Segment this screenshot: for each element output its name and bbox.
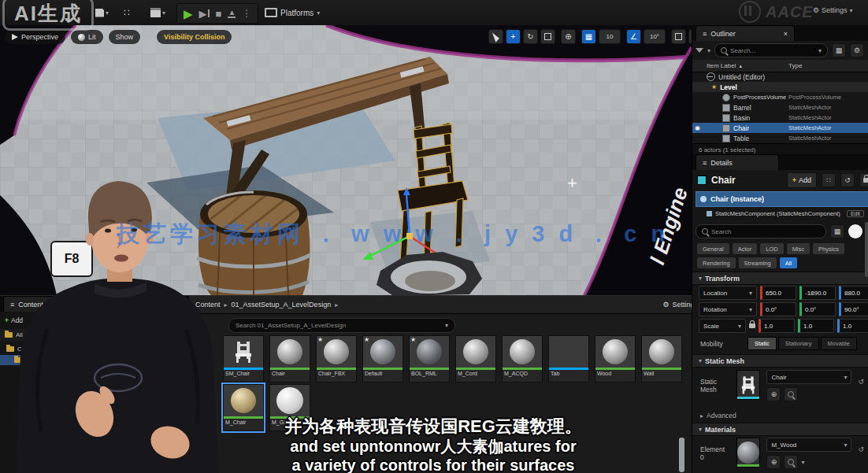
- perspective-button[interactable]: Perspective: [5, 30, 65, 44]
- lock-icon[interactable]: [859, 173, 868, 187]
- asset-tile[interactable]: ★ Chair_FBX: [316, 335, 357, 382]
- visibility-collision-pill[interactable]: Visibility Collision: [157, 30, 232, 44]
- transform-section-header[interactable]: ▾ Transform: [692, 272, 868, 285]
- filter-chip[interactable]: LOD: [760, 243, 783, 254]
- edit-button[interactable]: Edit: [847, 210, 864, 217]
- world-space-icon[interactable]: ⊕: [561, 29, 576, 44]
- platforms-button[interactable]: Platforms ▾: [260, 4, 325, 21]
- play-button[interactable]: ▶: [184, 8, 193, 20]
- favorites-circle-icon[interactable]: [848, 224, 862, 238]
- filter-chip[interactable]: Misc: [787, 243, 810, 254]
- scale-dropdown[interactable]: Scale ▾: [699, 319, 746, 333]
- mobility-stationary-button[interactable]: Stationary: [778, 337, 819, 350]
- mobility-movable-button[interactable]: Movable: [821, 337, 857, 350]
- scale-x-field[interactable]: 1.0: [759, 319, 795, 333]
- asset-tile[interactable]: Tab: [548, 335, 589, 382]
- outliner-row-world[interactable]: Untitled (Editor): [692, 72, 868, 82]
- add-component-button[interactable]: + Add: [787, 172, 817, 188]
- asset-search-filter[interactable]: Search 01_AssetSetup_A_LevelDesign ▾: [228, 318, 455, 333]
- outliner-settings-icon[interactable]: ⚙: [850, 43, 864, 57]
- material-asset-dropdown[interactable]: M_Wood ▾: [766, 438, 851, 452]
- rotation-y-field[interactable]: 0.0°: [799, 302, 836, 316]
- asset-tile[interactable]: M_Cord: [455, 335, 496, 382]
- stop-button[interactable]: ■: [216, 9, 222, 19]
- details-view-options-icon[interactable]: ▦: [830, 224, 844, 238]
- column-type[interactable]: Type: [788, 62, 802, 69]
- play-options-kebab[interactable]: ⋮: [242, 8, 251, 19]
- asset-tile[interactable]: Wall: [641, 335, 682, 382]
- details-scrollbar[interactable]: [865, 222, 868, 277]
- filter-chip[interactable]: Actor: [733, 243, 758, 254]
- outliner-row[interactable]: PostProcessVolume PostProcessVolume: [692, 92, 868, 102]
- rotate-tool-icon[interactable]: ↻: [523, 29, 538, 44]
- outliner-view-icon[interactable]: ▦: [832, 43, 846, 57]
- create-actor-button[interactable]: ▾: [147, 5, 169, 20]
- reset-staticmesh-icon[interactable]: ↺: [858, 370, 864, 386]
- filter-chip[interactable]: General: [697, 243, 729, 254]
- scale-lock-icon[interactable]: [749, 323, 755, 328]
- filter-chip[interactable]: Rendering: [697, 257, 736, 268]
- staticmesh-asset-dropdown[interactable]: Chair ▾: [766, 370, 851, 384]
- move-tool-icon[interactable]: +: [506, 29, 521, 44]
- scale-snap-icon[interactable]: [671, 29, 686, 44]
- location-z-field[interactable]: 880.0: [839, 286, 868, 300]
- location-x-field[interactable]: 650.0: [760, 286, 796, 300]
- filter-funnel-icon[interactable]: [696, 48, 703, 53]
- rotation-snap-icon[interactable]: ∠: [626, 29, 641, 44]
- settings-button[interactable]: ⚙ Settings ▾: [813, 6, 853, 14]
- asset-tile[interactable]: Wood: [595, 335, 636, 382]
- scale-z-field[interactable]: 1.0: [837, 319, 868, 333]
- rotation-dropdown[interactable]: Rotation ▾: [699, 302, 757, 316]
- asset-tile[interactable]: M_ACQD: [502, 335, 543, 382]
- save-all-button[interactable]: ▾: [91, 5, 113, 20]
- filter-chip-all[interactable]: All: [780, 257, 797, 268]
- column-item-label[interactable]: Item Label: [692, 62, 736, 69]
- show-button[interactable]: Show: [109, 30, 141, 44]
- staticmesh-thumbnail[interactable]: [736, 370, 761, 400]
- location-dropdown[interactable]: Location ▾: [699, 286, 757, 300]
- asset-tile[interactable]: Chair: [269, 335, 310, 382]
- outliner-row[interactable]: Basin StaticMeshActor: [692, 113, 868, 123]
- reset-icon[interactable]: ↺: [840, 173, 855, 187]
- outliner-search-input[interactable]: Search... ▾: [714, 43, 828, 57]
- rotation-z-field[interactable]: 90.0°: [839, 302, 868, 316]
- outliner-row[interactable]: Table StaticMeshActor: [692, 133, 868, 143]
- asset-tile[interactable]: ★ Default: [362, 335, 403, 382]
- use-selected-asset-icon[interactable]: ⊕: [766, 455, 781, 469]
- editor-modes-button[interactable]: ∷: [120, 5, 134, 20]
- filter-chip[interactable]: Streaming: [739, 257, 777, 268]
- breadcrumb-folder[interactable]: 01_AssetSetup_A_LevelDesign: [232, 301, 332, 309]
- rotation-snap-value[interactable]: 10°: [644, 29, 666, 44]
- details-instance-row[interactable]: Chair (Instance): [696, 191, 868, 207]
- grid-snap-icon[interactable]: ▦: [581, 29, 596, 44]
- frame-skip-button[interactable]: ▶: [199, 9, 210, 19]
- tab-details[interactable]: ≡ Details: [696, 154, 779, 170]
- outliner-row-level[interactable]: ★ Level: [692, 82, 868, 92]
- scale-tool-icon[interactable]: [540, 29, 555, 44]
- blueprint-icon[interactable]: ∷: [822, 173, 836, 187]
- outliner-row-selected[interactable]: ◉ Chair StaticMeshActor: [692, 123, 868, 133]
- outliner-row[interactable]: Barrel StaticMeshActor: [692, 102, 868, 113]
- browse-to-asset-icon[interactable]: [784, 387, 798, 401]
- close-icon[interactable]: ×: [784, 30, 788, 38]
- chevron-down-icon[interactable]: ▾: [801, 459, 804, 466]
- location-y-field[interactable]: -1890.0: [799, 286, 836, 300]
- tab-outliner[interactable]: ≡ Outliner ×: [696, 25, 795, 41]
- staticmesh-section-header[interactable]: ▾ Static Mesh: [692, 354, 868, 368]
- material-thumbnail[interactable]: [736, 438, 761, 467]
- grid-snap-value[interactable]: 10: [599, 29, 621, 44]
- scale-y-field[interactable]: 1.0: [798, 319, 834, 333]
- details-search-input[interactable]: Search: [696, 224, 826, 238]
- browse-to-asset-icon[interactable]: [784, 455, 798, 469]
- eye-visibility-icon[interactable]: ◉: [695, 124, 700, 131]
- select-tool-icon[interactable]: [488, 29, 503, 44]
- filter-chip[interactable]: Physics: [813, 243, 844, 254]
- rotation-x-field[interactable]: 0.0°: [760, 302, 796, 316]
- use-selected-asset-icon[interactable]: ⊕: [766, 387, 781, 401]
- reset-material-icon[interactable]: ↺: [858, 438, 864, 453]
- details-component-row[interactable]: StaticMeshComponent (StaticMeshComponent…: [707, 207, 864, 220]
- mobility-static-button[interactable]: Static: [747, 337, 777, 350]
- asset-tile[interactable]: ★ BOL_RML: [409, 335, 450, 382]
- eject-button[interactable]: ▲: [228, 9, 236, 18]
- lit-mode-button[interactable]: Lit: [71, 30, 103, 44]
